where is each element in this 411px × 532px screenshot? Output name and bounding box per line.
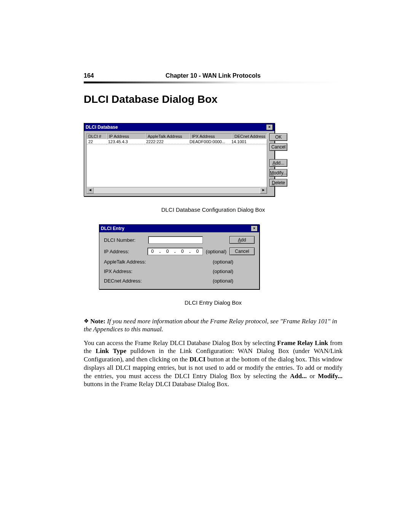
label-appletalk: AppleTalk Address:: [104, 259, 150, 265]
modify-button[interactable]: Modify...: [269, 169, 287, 177]
cell-dec: 14.1001: [230, 139, 267, 144]
ip-octet[interactable]: 0: [180, 249, 185, 254]
list-header: DLCI # IP Address AppleTalk Address IPX …: [86, 133, 267, 139]
optional-label: (optional): [213, 259, 236, 265]
label-dlci-number: DLCI Number:: [104, 237, 145, 243]
label-ipx: IPX Address:: [104, 268, 150, 274]
dlci-number-field[interactable]: [148, 236, 203, 244]
window-title: DLCI Entry: [101, 226, 251, 231]
add-button[interactable]: Add: [229, 236, 255, 244]
optional-label: (optional): [213, 278, 236, 284]
label-decnet: DECnet Address:: [104, 278, 150, 284]
optional-label: (optional): [206, 249, 226, 254]
add-button[interactable]: Add...: [269, 159, 287, 167]
horizontal-scrollbar[interactable]: ◄ ►: [86, 187, 267, 194]
note-paragraph: ❖ Note: If you need more information abo…: [84, 317, 342, 334]
figure-caption: DLCI Database Configuration Dialog Box: [84, 206, 342, 213]
section-title: DLCI Database Dialog Box: [84, 93, 342, 105]
cell-dlci: 22: [87, 139, 107, 144]
window-title: DLCI Database: [86, 125, 266, 130]
ok-button[interactable]: OK: [269, 133, 287, 141]
header-rule: [84, 81, 342, 83]
cell-ip: 123.45.4.3: [107, 139, 145, 144]
figure-caption: DLCI Entry Dialog Box: [84, 299, 342, 306]
dlci-database-dialog: DLCI Database × DLCI # IP Address AppleT…: [84, 123, 275, 197]
cell-at: 2222:222: [145, 139, 188, 144]
close-icon[interactable]: ×: [251, 225, 258, 232]
col-appletalk[interactable]: AppleTalk Address: [146, 133, 190, 139]
delete-button[interactable]: Delete: [269, 179, 287, 187]
table-row[interactable]: 22 123.45.4.3 2222:222 DEADF00D:0000... …: [87, 139, 267, 144]
body-paragraph: You can access the Frame Relay DLCI Data…: [84, 339, 342, 389]
diamond-bullet-icon: ❖: [84, 318, 89, 324]
scroll-track[interactable]: [94, 187, 260, 193]
dlci-entry-dialog: DLCI Entry × DLCI Number: Add IP Address…: [99, 224, 260, 289]
cancel-button[interactable]: Cancel: [229, 248, 255, 255]
scroll-left-icon[interactable]: ◄: [87, 187, 94, 193]
ip-octet[interactable]: 0: [150, 249, 155, 254]
ip-octet[interactable]: 0: [195, 249, 200, 254]
scroll-right-icon[interactable]: ►: [260, 187, 267, 193]
optional-label: (optional): [213, 268, 236, 274]
label-ip: IP Address:: [104, 249, 144, 254]
note-text: If you need more information about the F…: [84, 318, 337, 333]
col-dlci[interactable]: DLCI #: [86, 133, 107, 139]
cancel-button[interactable]: Cancel: [269, 143, 287, 151]
close-icon[interactable]: ×: [266, 124, 273, 130]
chapter-header: Chapter 10 - WAN Link Protocols: [84, 72, 342, 79]
ip-address-field[interactable]: 0. 0. 0. 0: [147, 248, 203, 255]
col-ipx[interactable]: IPX Address: [190, 133, 233, 139]
cell-ipx: DEADF00D:0000...: [188, 139, 230, 144]
ip-octet[interactable]: 0: [165, 249, 170, 254]
col-decnet[interactable]: DECnet Address: [233, 133, 267, 139]
note-label: Note:: [90, 318, 105, 325]
col-ip[interactable]: IP Address: [107, 133, 146, 139]
list-body[interactable]: 22 123.45.4.3 2222:222 DEADF00D:0000... …: [86, 139, 267, 187]
